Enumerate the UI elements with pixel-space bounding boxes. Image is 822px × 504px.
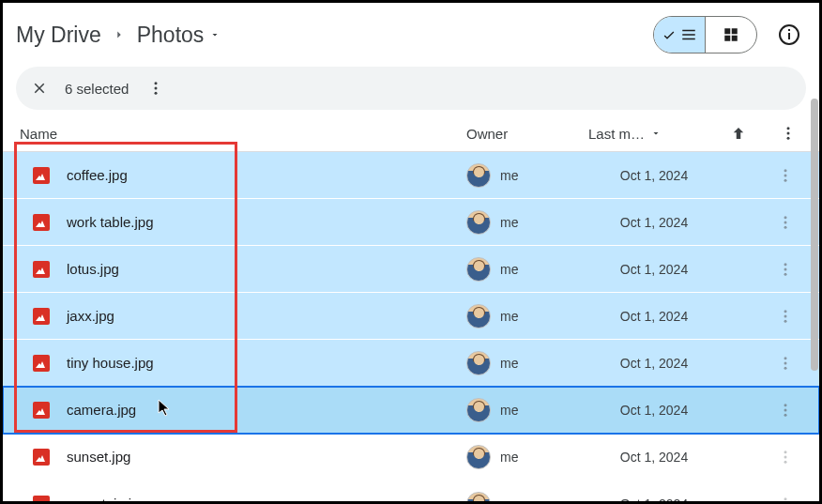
check-icon (662, 27, 677, 42)
breadcrumb-root[interactable]: My Drive (16, 23, 101, 48)
file-owner: me (500, 215, 518, 230)
svg-point-11 (784, 178, 787, 181)
svg-point-8 (787, 137, 790, 140)
file-date: Oct 1, 2024 (588, 450, 720, 465)
row-more-button[interactable] (774, 211, 797, 234)
info-button[interactable] (778, 23, 800, 46)
svg-point-26 (784, 413, 787, 416)
row-more-button[interactable] (774, 305, 797, 328)
column-owner[interactable]: Owner (466, 126, 588, 142)
image-file-icon (33, 402, 50, 419)
svg-point-24 (784, 404, 787, 406)
svg-point-10 (784, 174, 787, 176)
svg-point-15 (784, 263, 787, 266)
avatar (466, 351, 491, 375)
svg-point-17 (784, 272, 787, 275)
svg-point-30 (784, 497, 787, 500)
file-name: tiny house.jpg (67, 355, 154, 371)
header-bar: My Drive Photos (3, 3, 819, 63)
table-row[interactable]: camera.jpgmeOct 1, 2024 (3, 387, 819, 434)
file-name: lotus.jpg (67, 261, 119, 277)
caret-down-icon (650, 128, 662, 139)
grid-view-button[interactable] (706, 17, 756, 53)
row-more-button[interactable] (774, 258, 797, 281)
file-date: Oct 1, 2024 (588, 309, 720, 324)
svg-point-6 (787, 127, 790, 130)
svg-point-29 (784, 460, 787, 463)
file-owner: me (500, 496, 518, 502)
row-more-button[interactable] (774, 352, 797, 374)
row-more-button[interactable] (774, 446, 797, 468)
svg-point-3 (155, 82, 158, 84)
svg-point-5 (155, 92, 158, 95)
table-row[interactable]: sunset.jpgmeOct 1, 2024 (3, 434, 819, 481)
file-owner: me (500, 356, 518, 371)
table-row[interactable]: coffee.jpgmeOct 1, 2024 (3, 152, 819, 199)
sort-direction-button[interactable] (720, 125, 757, 142)
selection-bar: 6 selected (16, 67, 806, 110)
dropdown-caret-icon (209, 29, 221, 40)
column-name[interactable]: Name (16, 126, 466, 142)
more-vert-icon (777, 308, 794, 325)
more-vert-icon (777, 355, 794, 372)
list-view-button[interactable] (654, 17, 705, 53)
file-date: Oct 1, 2024 (588, 356, 720, 371)
svg-point-25 (784, 408, 787, 411)
more-vert-icon (777, 167, 794, 184)
scrollbar[interactable] (811, 99, 818, 371)
grid-icon (723, 26, 739, 43)
row-more-button[interactable] (774, 164, 797, 187)
breadcrumb-current-label: Photos (137, 23, 205, 48)
column-options-button[interactable] (757, 125, 806, 142)
svg-point-7 (787, 132, 790, 135)
avatar (466, 398, 491, 422)
file-owner: me (500, 403, 518, 418)
selection-count: 6 selected (65, 81, 129, 97)
column-last-modified-label: Last m… (588, 126, 645, 142)
image-file-icon (33, 261, 50, 278)
svg-point-22 (784, 361, 787, 364)
table-row[interactable]: lotus.jpgmeOct 1, 2024 (3, 246, 819, 293)
file-date: Oct 1, 2024 (588, 403, 720, 418)
svg-point-19 (784, 314, 787, 317)
info-icon (778, 23, 800, 46)
file-owner: me (500, 168, 518, 183)
image-file-icon (33, 449, 50, 466)
breadcrumb: My Drive Photos (16, 23, 646, 48)
table-row[interactable]: tiny house.jpgmeOct 1, 2024 (3, 340, 819, 387)
svg-point-20 (784, 319, 787, 322)
table-header: Name Owner Last m… (3, 117, 819, 152)
file-date: Oct 1, 2024 (588, 496, 720, 502)
avatar (466, 492, 491, 502)
svg-point-9 (784, 169, 787, 172)
file-date: Oct 1, 2024 (588, 215, 720, 230)
file-owner: me (500, 450, 518, 465)
table-row[interactable]: mountain.jpgmeOct 1, 2024 (3, 481, 819, 501)
view-toggle (653, 16, 757, 53)
table-row[interactable]: work table.jpgmeOct 1, 2024 (3, 199, 819, 246)
avatar (466, 210, 491, 235)
row-more-button[interactable] (774, 493, 797, 502)
column-last-modified[interactable]: Last m… (588, 126, 720, 142)
file-name: camera.jpg (67, 402, 136, 418)
svg-point-4 (155, 87, 158, 90)
more-vert-icon (147, 80, 164, 97)
more-vert-icon (777, 261, 794, 278)
selection-more-button[interactable] (147, 80, 164, 97)
avatar (466, 257, 491, 282)
more-vert-icon (777, 214, 794, 231)
image-file-icon (33, 308, 50, 325)
svg-rect-2 (788, 29, 790, 31)
svg-point-14 (784, 225, 787, 228)
breadcrumb-current[interactable]: Photos (137, 23, 221, 48)
row-more-button[interactable] (774, 399, 797, 421)
svg-point-18 (784, 310, 787, 313)
clear-selection-button[interactable] (31, 80, 48, 97)
file-name: mountain.jpg (67, 496, 147, 501)
table-row[interactable]: jaxx.jpgmeOct 1, 2024 (3, 293, 819, 340)
more-vert-icon (780, 125, 797, 142)
image-file-icon (33, 355, 50, 372)
svg-point-23 (784, 366, 787, 369)
more-vert-icon (777, 496, 794, 502)
file-owner: me (500, 262, 518, 277)
